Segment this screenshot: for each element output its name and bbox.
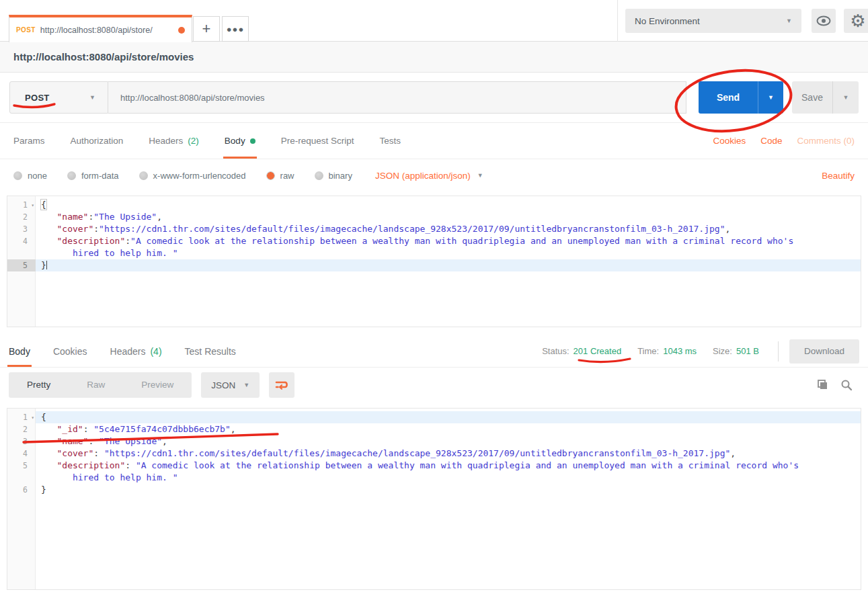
- line-number: [7, 247, 36, 259]
- download-button[interactable]: Download: [789, 339, 859, 364]
- request-body-editor[interactable]: 1▾{2 "name":"The Upside",3 "cover":"http…: [7, 196, 861, 327]
- tab-url-label: http://localhost:8080/api/store/: [40, 26, 173, 35]
- request-builder: POST ▼ Send ▼ Save ▼: [0, 73, 868, 123]
- beautify-link[interactable]: Beautify: [822, 171, 855, 181]
- comments-link[interactable]: Comments (0): [797, 136, 855, 146]
- wrap-lines-button[interactable]: [269, 372, 294, 398]
- code-line: 3 "name": "The Upside",: [7, 435, 861, 448]
- save-button[interactable]: Save ▼: [792, 81, 859, 114]
- response-body-code: 1▾{2 "_id": "5c4e715fa74c07dbbb6ecb7b",3…: [7, 409, 861, 496]
- response-body-editor[interactable]: 1▾{2 "_id": "5c4e715fa74c07dbbb6ecb7b",3…: [7, 408, 861, 590]
- radio-binary[interactable]: binary: [315, 171, 352, 181]
- tab-headers[interactable]: Headers(2): [149, 123, 199, 159]
- radio-icon: [67, 171, 76, 180]
- view-preview[interactable]: Preview: [123, 372, 192, 398]
- line-number: 1▾: [7, 411, 36, 423]
- tab-options-button[interactable]: ●●●: [222, 16, 249, 42]
- response-tabs: Body Cookies Headers(4) Test Results Sta…: [0, 335, 868, 368]
- tab-body[interactable]: Body: [225, 123, 255, 159]
- tab-authorization[interactable]: Authorization: [71, 123, 124, 159]
- copy-icon: [816, 379, 828, 391]
- line-number: 2: [7, 423, 36, 435]
- tab-pre-request-script[interactable]: Pre-request Script: [281, 123, 354, 159]
- response-meta: Status: 201 Created Time: 1043 ms Size: …: [542, 335, 789, 367]
- tab-method-badge: POST: [16, 26, 36, 34]
- cookies-link[interactable]: Cookies: [713, 136, 746, 146]
- code-text: "name": "The Upside",: [36, 435, 861, 448]
- code-text: "description":"A comedic look at the rel…: [36, 235, 861, 247]
- send-button[interactable]: Send ▼: [699, 81, 783, 114]
- topbar-divider: [617, 0, 618, 42]
- code-text: hired to help him. ": [36, 247, 861, 259]
- word-wrap-icon: [275, 380, 288, 390]
- unsaved-dot-icon: [178, 27, 185, 34]
- plus-icon: +: [202, 20, 211, 38]
- tab-params[interactable]: Params: [13, 123, 45, 159]
- radio-none[interactable]: none: [13, 171, 47, 181]
- search-icon: [840, 379, 853, 391]
- code-line: 6}: [7, 484, 861, 496]
- line-number: 1▾: [7, 199, 36, 211]
- line-number: 4: [7, 235, 36, 247]
- vertical-divider: [778, 341, 779, 362]
- radio-raw[interactable]: raw: [266, 171, 294, 181]
- fold-caret-icon[interactable]: ▾: [31, 200, 34, 212]
- view-raw[interactable]: Raw: [69, 372, 123, 398]
- response-toolbar: Pretty Raw Preview JSON ▼: [0, 368, 868, 402]
- code-line: hired to help him. ": [7, 247, 861, 259]
- method-label: POST: [25, 93, 89, 103]
- text-cursor: [46, 261, 47, 269]
- radio-icon: [13, 171, 22, 180]
- request-tab[interactable]: POST http://localhost:8080/api/store/: [9, 15, 192, 42]
- code-line: 1▾{: [7, 199, 861, 211]
- environment-preview-button[interactable]: [812, 9, 836, 33]
- code-text: }: [36, 259, 861, 271]
- content-type-select[interactable]: JSON (application/json) ▼: [375, 171, 483, 181]
- save-button-label: Save: [792, 81, 832, 114]
- search-button[interactable]: [840, 379, 853, 391]
- code-line: 1▾{: [7, 411, 861, 423]
- code-line: 2 "name":"The Upside",: [7, 211, 861, 223]
- settings-button[interactable]: ⚙: [844, 9, 868, 33]
- response-toolbar-right: [816, 379, 859, 391]
- body-filled-dot-icon: [250, 138, 255, 144]
- request-tabs: Params Authorization Headers(2) Body Pre…: [0, 123, 868, 159]
- code-line: hired to help him. ": [7, 472, 861, 484]
- chevron-down-icon: ▼: [843, 94, 849, 101]
- code-text: hired to help him. ": [36, 472, 861, 484]
- view-pretty[interactable]: Pretty: [9, 372, 69, 398]
- status-label: Status:: [542, 346, 569, 356]
- headers-count-badge: (2): [188, 136, 199, 146]
- radio-x-www-form-urlencoded[interactable]: x-www-form-urlencoded: [139, 171, 246, 181]
- tab-response-headers[interactable]: Headers(4): [110, 335, 162, 367]
- code-text: "description": "A comedic look at the re…: [36, 460, 861, 472]
- url-input[interactable]: [108, 81, 686, 114]
- time-label: Time:: [637, 346, 659, 356]
- environment-label: No Environment: [635, 16, 786, 26]
- fold-caret-icon[interactable]: ▾: [31, 412, 34, 424]
- format-select[interactable]: JSON ▼: [201, 372, 260, 398]
- radio-icon: [139, 171, 148, 180]
- environment-select[interactable]: No Environment ▼: [625, 9, 801, 33]
- tab-test-results[interactable]: Test Results: [185, 335, 236, 367]
- send-button-label: Send: [699, 81, 758, 114]
- new-tab-button[interactable]: +: [193, 16, 220, 42]
- top-bar: POST http://localhost:8080/api/store/ + …: [0, 0, 868, 42]
- code-link[interactable]: Code: [760, 136, 782, 146]
- send-options-button[interactable]: ▼: [758, 81, 783, 114]
- radio-selected-icon: [266, 171, 275, 180]
- request-title: http://localhost:8080/api/store/movies: [13, 51, 194, 62]
- line-number: 3: [7, 435, 36, 448]
- method-select[interactable]: POST ▼: [9, 81, 108, 114]
- tab-tests[interactable]: Tests: [379, 123, 401, 159]
- tab-response-body[interactable]: Body: [9, 335, 30, 367]
- radio-form-data[interactable]: form-data: [67, 171, 119, 181]
- line-number: 3: [7, 223, 36, 235]
- request-title-band: http://localhost:8080/api/store/movies: [0, 42, 868, 73]
- tab-response-cookies[interactable]: Cookies: [53, 335, 87, 367]
- code-text: "_id": "5c4e715fa74c07dbbb6ecb7b",: [36, 423, 861, 435]
- copy-button[interactable]: [816, 379, 828, 391]
- line-number: 4: [7, 448, 36, 460]
- ellipsis-icon: ●●●: [227, 24, 245, 34]
- save-options-button[interactable]: ▼: [832, 81, 859, 114]
